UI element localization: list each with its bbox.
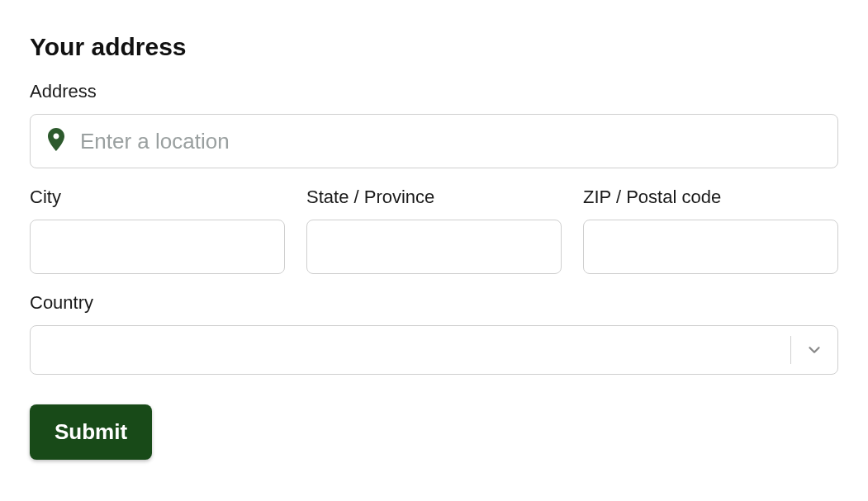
address-label: Address	[30, 81, 838, 102]
country-label: Country	[30, 292, 838, 314]
country-select[interactable]	[30, 325, 838, 375]
state-field-group: State / Province	[306, 187, 562, 274]
address-field-group: Address	[30, 81, 838, 168]
form-title: Your address	[30, 33, 838, 61]
city-label: City	[30, 187, 285, 208]
country-field-group: Country	[30, 292, 838, 375]
city-field-group: City	[30, 187, 285, 274]
chevron-down-icon	[791, 341, 837, 359]
state-input[interactable]	[306, 220, 562, 274]
submit-row: Submit	[30, 404, 838, 460]
city-input[interactable]	[30, 220, 285, 274]
address-input-wrapper	[30, 114, 838, 168]
submit-button[interactable]: Submit	[30, 404, 152, 460]
zip-label: ZIP / Postal code	[583, 187, 838, 208]
address-input[interactable]	[30, 114, 838, 168]
city-state-zip-row: City State / Province ZIP / Postal code	[30, 187, 838, 274]
state-label: State / Province	[306, 187, 562, 208]
zip-input[interactable]	[583, 220, 838, 274]
zip-field-group: ZIP / Postal code	[583, 187, 838, 274]
